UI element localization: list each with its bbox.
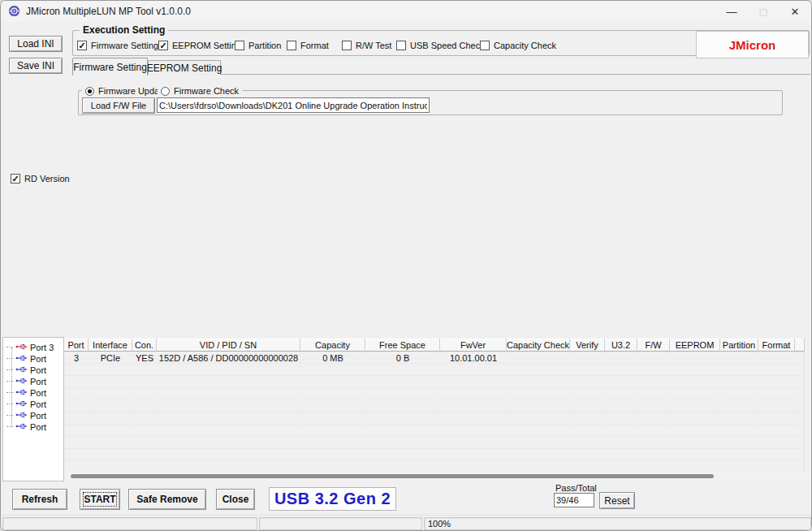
rw-test-checkbox[interactable]: R/W Test <box>342 40 391 51</box>
partition-checkbox[interactable]: Partition <box>235 40 281 51</box>
col-header[interactable]: Interface <box>89 339 132 352</box>
cell-capacity: 0 MB <box>300 352 365 364</box>
cell-capacity-check <box>507 352 570 364</box>
safe-remove-button[interactable]: Safe Remove <box>128 489 206 510</box>
usb-icon <box>15 411 28 421</box>
cell-u32 <box>605 352 637 364</box>
radio-dot[interactable] <box>85 87 94 96</box>
fw-path-input[interactable] <box>157 97 430 113</box>
checkbox-box[interactable]: ✓ <box>158 41 168 50</box>
tree-item-port[interactable]: Port <box>6 387 46 398</box>
start-button[interactable]: START <box>80 489 120 510</box>
checkbox-box[interactable] <box>480 41 490 50</box>
pass-total-label: Pass/Total <box>555 483 597 493</box>
firmware-setting-checkbox[interactable]: ✓ Firmware Setting <box>77 40 158 51</box>
checkbox-box[interactable]: ✓ <box>77 41 87 50</box>
col-header[interactable]: Capacity <box>300 339 365 352</box>
col-header[interactable]: VID / PID / SN <box>157 339 300 352</box>
tree-item-label: Port 3 <box>30 343 54 352</box>
cell-format <box>758 352 795 364</box>
tree-item-port[interactable]: Port <box>6 410 46 421</box>
checkbox-box[interactable] <box>342 41 352 50</box>
usb-speed-badge: USB 3.2 Gen 2 <box>269 487 396 511</box>
tree-item-port[interactable]: Port <box>6 376 46 386</box>
tree-item-port[interactable]: Port <box>6 421 46 432</box>
tree-item-label: Port <box>30 399 46 409</box>
firmware-check-radio[interactable]: Firmware Check <box>158 85 242 97</box>
col-header[interactable]: Capacity Check <box>507 339 570 352</box>
tree-item-label: Port <box>30 354 46 364</box>
horizontal-scrollbar[interactable] <box>64 472 811 481</box>
tree-item-port[interactable]: Port <box>6 353 46 364</box>
usb-icon <box>15 377 28 386</box>
reset-button[interactable]: Reset <box>599 492 635 509</box>
table-gridlines <box>64 352 804 471</box>
rd-version-label: RD Version <box>24 174 70 183</box>
rd-version-checkbox[interactable]: ✓ RD Version <box>11 173 70 184</box>
port-tree: Port 3 Port Port Port Port Port <box>2 337 64 481</box>
tree-item-port[interactable]: Port <box>6 365 46 375</box>
app-window: JMicron MultipleLUN MP Tool v1.0.0.0 — ▢… <box>0 0 812 531</box>
save-ini-button[interactable]: Save INI <box>9 58 63 74</box>
col-header[interactable]: EEPROM <box>670 339 720 352</box>
checkbox-label: Partition <box>248 41 281 50</box>
cell-con: YES <box>132 352 157 364</box>
checkbox-label: R/W Test <box>356 41 391 50</box>
pass-total-input[interactable] <box>554 493 594 507</box>
status-bar: 100% <box>1 515 812 531</box>
cell-filler <box>795 352 805 364</box>
execution-setting-title: Execution Setting <box>80 24 168 36</box>
checkbox-label: Capacity Check <box>494 41 556 50</box>
cell-verify <box>570 352 605 364</box>
tab-firmware-setting[interactable]: Firmware Setting <box>72 58 148 76</box>
usb-icon <box>15 422 28 432</box>
status-segment-2 <box>259 517 422 530</box>
col-header[interactable]: Format <box>758 339 795 352</box>
col-header[interactable]: Partition <box>720 339 758 352</box>
tab-eeprom-setting[interactable]: EEPROM Setting <box>148 60 221 75</box>
window-title: JMicron MultipleLUN MP Tool v1.0.0.0 <box>26 6 191 17</box>
load-fw-file-button[interactable]: Load F/W File <box>82 97 155 114</box>
checkbox-label: EEPROM Setting <box>172 41 241 50</box>
cell-vid-pid-sn: 152D / A586 / DD00000000000028 <box>157 352 300 364</box>
cell-eeprom <box>670 352 720 364</box>
checkbox-box[interactable] <box>287 41 296 50</box>
checkbox-box[interactable] <box>396 41 406 50</box>
col-header[interactable]: U3.2 <box>605 339 637 352</box>
capacity-check-checkbox[interactable]: Capacity Check <box>480 40 556 51</box>
checkbox-label: USB Speed Check <box>410 41 485 50</box>
device-table-header: Port Interface Con. VID / PID / SN Capac… <box>64 339 805 352</box>
usb-icon <box>15 388 28 398</box>
format-checkbox[interactable]: Format <box>287 40 329 51</box>
col-header[interactable]: Verify <box>570 339 605 352</box>
col-header-filler <box>795 339 805 352</box>
usb-icon <box>15 399 28 409</box>
table-row[interactable]: 3 PCIe YES 152D / A586 / DD0000000000002… <box>64 352 804 364</box>
close-window-button[interactable]: ✕ <box>778 1 812 22</box>
checkbox-box[interactable]: ✓ <box>11 174 20 183</box>
cell-fw <box>637 352 670 364</box>
col-header[interactable]: Free Space <box>365 339 440 352</box>
cell-free-space: 0 B <box>365 352 440 364</box>
status-segment-zoom: 100% <box>424 517 811 530</box>
col-header[interactable]: F/W <box>637 339 670 352</box>
tree-item-port3[interactable]: Port 3 <box>6 342 54 352</box>
usb-speed-check-checkbox[interactable]: USB Speed Check <box>396 40 485 51</box>
refresh-button[interactable]: Refresh <box>12 489 67 510</box>
app-icon <box>8 5 20 17</box>
scrollbar-thumb[interactable] <box>71 474 714 478</box>
start-label: START <box>84 494 115 505</box>
usb-icon <box>15 354 28 364</box>
eeprom-setting-checkbox[interactable]: ✓ EEPROM Setting <box>158 40 241 51</box>
radio-dot[interactable] <box>161 87 170 96</box>
col-header[interactable]: Port <box>64 339 89 352</box>
minimize-button[interactable]: — <box>715 1 749 22</box>
cell-interface: PCIe <box>89 352 132 364</box>
col-header[interactable]: FwVer <box>440 339 507 352</box>
col-header[interactable]: Con. <box>132 339 157 352</box>
tree-item-port[interactable]: Port <box>6 399 46 409</box>
close-button[interactable]: Close <box>216 489 255 510</box>
checkbox-box[interactable] <box>235 41 244 50</box>
tree-item-label: Port <box>30 388 46 398</box>
load-ini-button[interactable]: Load INI <box>9 36 63 52</box>
